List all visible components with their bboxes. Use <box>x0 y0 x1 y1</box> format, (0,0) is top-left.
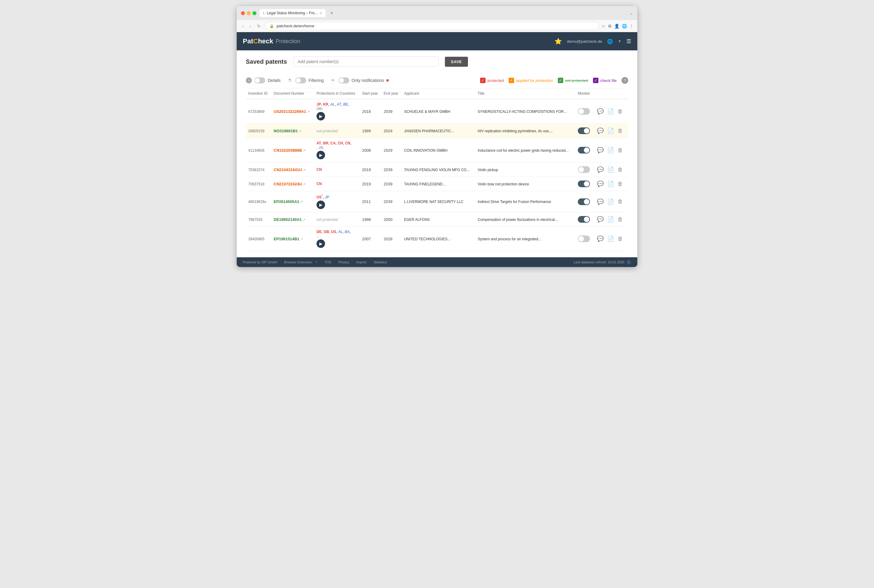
active-tab[interactable]: L Legal Status Monitoring – Fre... ✕ <box>260 9 326 17</box>
file-button[interactable]: 📄 <box>606 146 615 154</box>
new-tab-button[interactable]: + <box>328 9 336 17</box>
expand-countries-button[interactable]: ▶ <box>317 201 325 209</box>
profile-icon[interactable]: 👤 <box>614 24 619 28</box>
external-link-icon[interactable]: ↗ <box>307 110 310 114</box>
doc-number[interactable]: CN210431841U <box>274 168 302 172</box>
file-button[interactable]: 📄 <box>606 127 615 135</box>
monitor-toggle[interactable]: 👁 <box>578 166 590 173</box>
note-button[interactable]: 💬 <box>596 180 605 188</box>
doc-number[interactable]: EP1961514B1 <box>274 237 300 241</box>
globe-nav-icon[interactable]: 🌐 <box>622 24 627 28</box>
minimize-button[interactable] <box>247 11 251 15</box>
external-link-icon[interactable]: ↗ <box>300 200 303 204</box>
extension-icon[interactable]: ⚙ <box>608 24 612 28</box>
note-button[interactable]: 💬 <box>596 107 605 115</box>
applied-checkbox[interactable]: ✓ <box>509 78 514 83</box>
file-button[interactable]: 📄 <box>606 180 615 188</box>
doc-number[interactable]: DE19852140A1 <box>274 217 302 222</box>
filtering-toggle[interactable] <box>295 77 306 83</box>
save-button[interactable]: SAVE <box>445 57 468 67</box>
details-toggle[interactable] <box>254 77 265 83</box>
start-year-cell: 1999 <box>360 124 381 138</box>
not-protected-checkbox[interactable]: ✓ <box>558 78 563 83</box>
doc-number[interactable]: US2021322289A1 <box>274 109 306 114</box>
footer-imprint[interactable]: Imprint <box>356 260 366 264</box>
chevron-down-icon[interactable]: ▼ <box>618 39 622 44</box>
note-button[interactable]: 💬 <box>596 146 605 154</box>
forward-button[interactable]: › <box>248 22 253 30</box>
delete-button[interactable]: 🗑 <box>616 216 624 223</box>
doc-number[interactable]: NO318801B1 <box>274 129 298 133</box>
monitor-toggle[interactable]: 👁 <box>578 108 590 115</box>
expand-countries-button[interactable]: ▶ <box>317 239 325 248</box>
notifications-toggle[interactable] <box>338 77 349 83</box>
footer-powered-by[interactable]: Powered by SIP GmbH <box>243 260 277 264</box>
expand-countries-button[interactable]: ▶ <box>317 112 325 120</box>
delete-button[interactable]: 🗑 <box>616 235 624 243</box>
table-row: 39400965EP1961514B1↗DE, GB, US, AL, BA, … <box>246 226 628 251</box>
monitor-toggle[interactable]: 👁 <box>578 180 590 187</box>
delete-button[interactable]: 🗑 <box>616 147 624 154</box>
details-info-icon[interactable]: i <box>246 77 252 83</box>
country-code: AL <box>338 230 342 234</box>
delete-button[interactable]: 🗑 <box>616 198 624 206</box>
monitor-toggle[interactable]: 👁 <box>578 147 590 153</box>
external-link-icon[interactable]: ↗ <box>299 129 301 133</box>
country-code: KR <box>323 102 328 106</box>
note-button[interactable]: 💬 <box>596 215 605 223</box>
monitor-cell: 👁 <box>575 99 593 124</box>
doc-number[interactable]: CN210722424U <box>274 182 302 186</box>
delete-button[interactable]: 🗑 <box>616 180 624 188</box>
address-bar[interactable]: 🔒 patcheck.de/en/home <box>265 22 599 30</box>
window-expand-icon[interactable]: ⌄ <box>629 10 633 15</box>
external-link-icon[interactable]: ↗ <box>303 218 305 222</box>
reload-button[interactable]: ↻ <box>255 22 263 30</box>
monitor-toggle[interactable]: 👁 <box>578 128 590 134</box>
file-button[interactable]: 📄 <box>606 235 615 243</box>
footer-statistics[interactable]: Statistics <box>374 260 387 264</box>
external-link-icon[interactable]: ↗ <box>303 182 306 186</box>
globe-icon[interactable]: 🌐 <box>607 39 613 44</box>
browser-titlebar: L Legal Status Monitoring – Fre... ✕ + ⌄ <box>237 6 637 20</box>
doc-number[interactable]: EP2614505A1 <box>274 200 300 204</box>
hamburger-menu-icon[interactable]: ☰ <box>626 38 631 45</box>
protected-checkbox[interactable]: ✓ <box>480 78 485 83</box>
monitor-toggle[interactable]: 👁 <box>578 216 590 223</box>
patent-number-input[interactable] <box>293 56 439 67</box>
file-button[interactable]: 📄 <box>606 215 615 223</box>
monitor-toggle[interactable]: 👁 <box>578 198 590 205</box>
file-button[interactable]: 📄 <box>606 166 615 174</box>
footer-privacy[interactable]: Privacy <box>338 260 349 264</box>
file-button[interactable]: 📄 <box>606 107 615 115</box>
doc-number[interactable]: CN102203888B <box>274 148 302 153</box>
close-button[interactable] <box>241 11 245 15</box>
check-file-checkbox[interactable]: ✓ <box>593 78 598 83</box>
bookmark-icon[interactable]: ☆ <box>601 24 605 28</box>
title-cell: HIV replication inhibiting pyrimidines, … <box>475 124 575 138</box>
delete-button[interactable]: 🗑 <box>616 166 624 174</box>
external-link-icon[interactable]: ↗ <box>303 168 306 172</box>
invention-id-cell: 70937518 <box>246 177 271 191</box>
note-button[interactable]: 💬 <box>596 166 605 174</box>
back-button[interactable]: ‹ <box>240 22 246 30</box>
footer-tos[interactable]: TOS <box>324 260 331 264</box>
tab-close-icon[interactable]: ✕ <box>320 12 322 15</box>
monitor-toggle[interactable]: 👁 <box>578 236 590 242</box>
file-button[interactable]: 📄 <box>606 198 615 206</box>
external-link-icon[interactable]: ↗ <box>300 237 303 241</box>
delete-button[interactable]: 🗑 <box>616 108 624 115</box>
note-button[interactable]: 💬 <box>596 235 605 243</box>
star-icon[interactable]: ⭐ <box>554 38 562 45</box>
expand-countries-button[interactable]: ▶ <box>317 151 325 159</box>
maximize-button[interactable] <box>252 11 257 15</box>
footer-info-icon[interactable]: i <box>626 260 631 265</box>
note-button[interactable]: 💬 <box>596 198 605 206</box>
delete-button[interactable]: 🗑 <box>616 127 624 135</box>
table-row: 26805159NO318801B1↗not protected19992024… <box>246 124 628 138</box>
note-button[interactable]: 💬 <box>596 127 605 135</box>
actions-cell: 💬 📄 🗑 <box>593 212 628 226</box>
help-icon[interactable]: ? <box>622 77 628 84</box>
footer-browser-extension[interactable]: Browser Extension <box>284 260 312 264</box>
menu-dots-icon[interactable]: ⋮ <box>629 24 634 28</box>
external-link-icon[interactable]: ↗ <box>303 148 306 152</box>
